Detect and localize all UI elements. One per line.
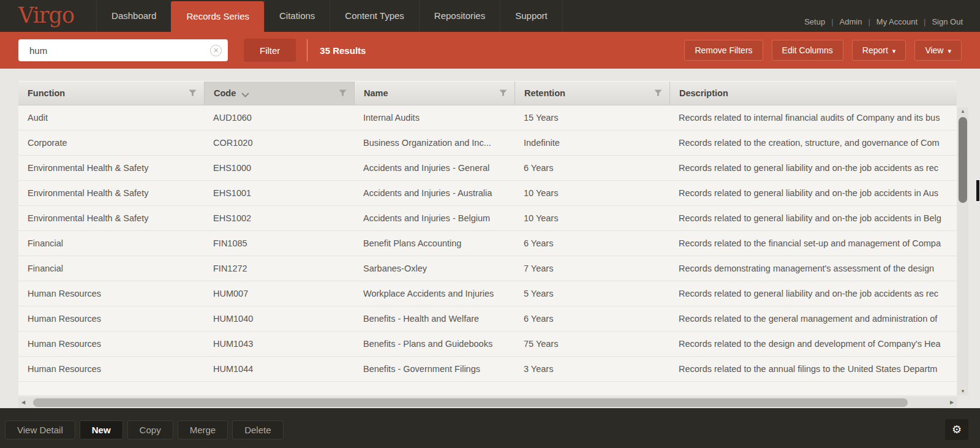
table-row[interactable]: Human ResourcesHUM1044Benefits - Governm… — [18, 357, 957, 382]
filter-funnel-icon[interactable] — [189, 88, 197, 98]
delete-button[interactable]: Delete — [232, 420, 283, 439]
column-label: Code — [214, 88, 236, 98]
caret-down-icon: ▾ — [948, 47, 951, 55]
cell-retention: 5 Years — [514, 281, 669, 306]
tab-support[interactable]: Support — [500, 0, 563, 32]
settings-button[interactable]: ⚙ — [945, 419, 968, 440]
cell-name: Internal Audits — [354, 105, 514, 130]
cell-description: Records related to the general managemen… — [669, 306, 957, 331]
tab-repositories[interactable]: Repositories — [419, 0, 500, 32]
cell-function: Financial — [18, 231, 204, 256]
remove-filters-button[interactable]: Remove Filters — [684, 40, 763, 61]
table-header: FunctionCodeNameRetentionDescription — [18, 81, 957, 105]
scroll-left-icon[interactable]: ◀ — [18, 397, 28, 408]
results-count: 35 Results — [320, 45, 366, 56]
filter-funnel-icon[interactable] — [339, 88, 347, 98]
scroll-up-icon[interactable]: ▲ — [957, 108, 968, 114]
link-my-account[interactable]: My Account — [876, 17, 918, 26]
table-row[interactable]: Environmental Health & SafetyEHS1002Acci… — [18, 206, 957, 231]
filter-button[interactable]: Filter — [244, 39, 296, 62]
gear-icon: ⚙ — [952, 423, 962, 436]
table-row[interactable]: Human ResourcesHUM007Workplace Accidents… — [18, 281, 957, 306]
cell-retention: 7 Years — [514, 256, 669, 281]
account-links: Setup|Admin|My Account|Sign Out — [804, 0, 980, 32]
app-logo[interactable]: Virgo — [0, 0, 96, 32]
filter-funnel-icon[interactable] — [499, 88, 507, 98]
cell-code: HUM1040 — [204, 306, 354, 331]
cell-retention: 3 Years — [514, 357, 669, 381]
cell-description: Records related to the annual filings to… — [669, 357, 957, 381]
action-bar: View DetailNewCopyMergeDelete ⚙ — [0, 408, 980, 448]
toolbar-divider — [307, 39, 307, 61]
link-sign-out[interactable]: Sign Out — [932, 17, 963, 26]
view-button[interactable]: View▾ — [914, 40, 962, 61]
cell-code: HUM1043 — [204, 332, 354, 356]
link-setup[interactable]: Setup — [804, 17, 825, 26]
cell-retention: 75 Years — [514, 332, 669, 356]
cell-function: Human Resources — [18, 281, 204, 306]
link-separator: | — [924, 17, 925, 26]
tab-content-types[interactable]: Content Types — [330, 0, 418, 32]
cell-code: COR1020 — [204, 131, 354, 155]
cell-retention: Indefinite — [514, 131, 669, 155]
clear-search-icon[interactable]: ✕ — [210, 45, 222, 56]
column-header-description[interactable]: Description — [669, 82, 957, 105]
column-label: Function — [28, 88, 65, 98]
cell-function: Environmental Health & Safety — [18, 156, 204, 180]
table-row[interactable]: FinancialFIN1085Benefit Plans Accounting… — [18, 231, 957, 256]
cell-name: Workplace Accidents and Injuries — [354, 281, 514, 306]
new-button[interactable]: New — [80, 420, 123, 439]
column-header-retention[interactable]: Retention — [514, 82, 669, 105]
column-label: Description — [679, 88, 728, 98]
copy-button[interactable]: Copy — [127, 420, 173, 439]
vertical-scrollbar[interactable]: ▲ ▼ — [957, 107, 968, 395]
scroll-down-icon[interactable]: ▼ — [957, 389, 968, 394]
merge-button[interactable]: Merge — [178, 420, 228, 439]
search-input[interactable] — [18, 45, 228, 56]
link-admin[interactable]: Admin — [840, 17, 862, 26]
table-body: AuditAUD1060Internal Audits15 YearsRecor… — [18, 105, 957, 395]
column-header-code[interactable]: Code — [204, 82, 354, 105]
horizontal-scrollbar[interactable]: ◀ ▶ — [18, 397, 957, 408]
cell-code: FIN1085 — [204, 231, 354, 256]
cell-function: Financial — [18, 256, 204, 281]
table-row[interactable]: Environmental Health & SafetyEHS1000Acci… — [18, 156, 957, 181]
top-nav: Virgo DashboardRecords SeriesCitationsCo… — [0, 0, 980, 32]
cell-function: Environmental Health & Safety — [18, 206, 204, 230]
horizontal-scrollbar-thumb[interactable] — [33, 398, 908, 407]
tab-citations[interactable]: Citations — [264, 0, 330, 32]
cell-name: Benefits - Government Filings — [354, 357, 514, 381]
filter-toolbar: ✕ Filter 35 Results Remove FiltersEdit C… — [0, 32, 980, 69]
cell-name: Business Organization and Inc... — [354, 131, 514, 155]
vertical-scrollbar-thumb[interactable] — [959, 117, 967, 203]
filter-funnel-icon[interactable] — [654, 88, 662, 98]
cell-description: Records related to general liability and… — [669, 281, 957, 306]
report-button[interactable]: Report▾ — [852, 40, 907, 61]
table-row[interactable]: CorporateCOR1020Business Organization an… — [18, 131, 957, 156]
cell-function: Human Resources — [18, 332, 204, 356]
cell-function: Environmental Health & Safety — [18, 181, 204, 205]
cell-retention: 15 Years — [514, 105, 669, 130]
cell-description: Records related to the creation, structu… — [669, 131, 957, 155]
table-row[interactable]: Environmental Health & SafetyEHS1001Acci… — [18, 181, 957, 206]
cell-code: EHS1002 — [204, 206, 354, 230]
edit-columns-button[interactable]: Edit Columns — [772, 40, 843, 61]
cell-retention: 10 Years — [514, 181, 669, 205]
view-detail-button[interactable]: View Detail — [5, 420, 75, 439]
table-row[interactable]: AuditAUD1060Internal Audits15 YearsRecor… — [18, 105, 957, 131]
table-row[interactable]: Human ResourcesHUM1043Benefits - Plans a… — [18, 332, 957, 357]
tab-dashboard[interactable]: Dashboard — [96, 0, 171, 32]
cell-code: HUM007 — [204, 281, 354, 306]
scroll-right-icon[interactable]: ▶ — [947, 397, 957, 408]
cell-description: Records related to general liability and… — [669, 156, 957, 180]
table-row[interactable]: Human ResourcesHUM1040Benefits - Health … — [18, 306, 957, 332]
column-header-function[interactable]: Function — [18, 82, 204, 105]
table-row[interactable]: FinancialFIN1272Sarbanes-Oxley7 YearsRec… — [18, 256, 957, 281]
column-header-name[interactable]: Name — [354, 82, 514, 105]
cell-description: Records related to the financial set-up … — [669, 231, 957, 256]
cell-function: Audit — [18, 105, 204, 130]
cell-description: Records related to general liability and… — [669, 181, 957, 205]
cell-name: Benefits - Plans and Guidebooks — [354, 332, 514, 356]
cell-description: Records related to internal financial au… — [669, 105, 957, 130]
tab-records-series[interactable]: Records Series — [171, 1, 264, 32]
